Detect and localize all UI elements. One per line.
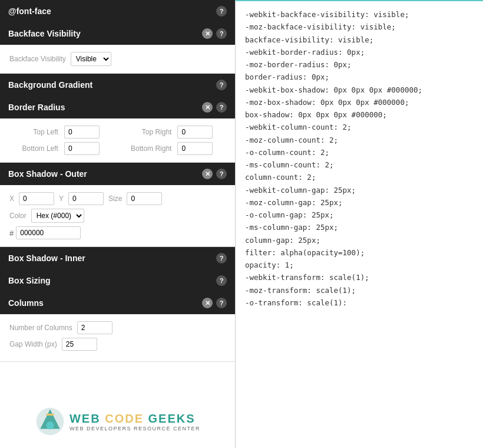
footer: WEB CODE GEEKS WEB DEVELOPERS RESOURCE C… (0, 401, 236, 442)
top-right-label: Top Right (118, 128, 172, 136)
header-icons-bg-gradient: ? (216, 80, 227, 90)
columns-gap-row: Gap Width (px) (9, 338, 226, 351)
section-background-gradient: Background Gradient ? (0, 74, 235, 96)
right-panel: -webkit-backface-visibility: visible;-mo… (236, 0, 483, 448)
css-line: -ms-column-count: 2; (245, 159, 474, 171)
help-icon-backface[interactable]: ? (216, 28, 227, 39)
css-line: -moz-box-shadow: 0px 0px 0px #000000; (245, 96, 474, 108)
close-icon-border-radius[interactable]: ✕ (202, 102, 213, 113)
x-label: X (9, 195, 14, 203)
help-icon-box-sizing[interactable]: ? (216, 275, 227, 286)
box-shadow-outer-y-input[interactable] (68, 192, 104, 205)
box-shadow-outer-x-input[interactable] (19, 192, 54, 205)
section-title-box-shadow-inner: Box Shadow - Inner (8, 253, 85, 263)
section-border-radius: Border Radius ✕ ? Top Left Top Right Bot… (0, 96, 235, 163)
bottom-left-label: Bottom Left (9, 144, 58, 153)
help-icon-box-shadow-outer[interactable]: ? (216, 169, 227, 179)
section-header-bg-gradient[interactable]: Background Gradient ? (0, 74, 235, 96)
backface-select[interactable]: Visible Hidden (71, 52, 111, 66)
number-of-columns-label: Number of Columns (9, 324, 72, 332)
section-box-sizing: Box Sizing ? (0, 269, 235, 292)
logo-main-text: WEB CODE GEEKS (70, 412, 200, 426)
help-icon-font-face[interactable]: ? (216, 6, 227, 17)
header-icons-columns: ✕ ? (202, 298, 227, 308)
help-icon-border-radius[interactable]: ? (216, 102, 227, 113)
css-line: -moz-transform: scale(1); (245, 284, 474, 297)
header-icons-border-radius: ✕ ? (202, 102, 227, 113)
css-line: box-shadow: 0px 0px 0px #000000; (245, 108, 474, 121)
help-icon-columns[interactable]: ? (216, 298, 227, 308)
css-line: -moz-column-count: 2; (245, 134, 474, 146)
box-shadow-outer-size-input[interactable] (127, 192, 162, 205)
css-line: -webkit-column-count: 2; (245, 121, 474, 133)
section-body-backface: Backface Visibility Visible Hidden (0, 45, 235, 74)
section-box-shadow-inner: Box Shadow - Inner ? (0, 247, 235, 269)
hash-symbol: # (9, 229, 14, 238)
css-line: column-count: 2; (245, 171, 474, 183)
header-icons-box-shadow-outer: ✕ ? (202, 169, 227, 179)
css-line: -moz-column-gap: 25px; (245, 196, 474, 209)
logo-code-text: CODE (105, 412, 144, 425)
section-body-border-radius: Top Left Top Right Bottom Left Bottom Ri… (0, 118, 235, 163)
css-line: filter: alpha(opacity=100); (245, 246, 474, 259)
top-left-input[interactable] (64, 126, 100, 139)
logo-icon (35, 407, 65, 436)
css-output: -webkit-backface-visibility: visible;-mo… (245, 8, 474, 309)
section-body-columns: Number of Columns Gap Width (px) (0, 314, 235, 362)
section-columns: Columns ✕ ? Number of Columns Gap Width … (0, 292, 235, 362)
section-title-font-face: @font-face (8, 6, 51, 16)
css-line: -webkit-border-radius: 0px; (245, 46, 474, 58)
close-icon-columns[interactable]: ✕ (202, 298, 213, 308)
section-header-box-shadow-inner[interactable]: Box Shadow - Inner ? (0, 247, 235, 269)
section-title-box-sizing: Box Sizing (8, 276, 51, 285)
css-line: column-gap: 25px; (245, 234, 474, 246)
section-header-columns[interactable]: Columns ✕ ? (0, 292, 235, 314)
close-icon-box-shadow-outer[interactable]: ✕ (202, 169, 213, 179)
svg-point-2 (46, 421, 54, 429)
color-type-select[interactable]: Hex (#000) RGB HSL (31, 209, 84, 223)
header-icons-box-sizing: ? (216, 275, 227, 286)
bottom-left-input[interactable] (64, 142, 100, 155)
section-header-box-sizing[interactable]: Box Sizing ? (0, 269, 235, 292)
section-header-font-face[interactable]: @font-face ? (0, 0, 235, 22)
top-right-input[interactable] (177, 126, 213, 139)
css-line: -o-transform: scale(1): (245, 297, 474, 309)
y-label: Y (59, 195, 64, 203)
css-line: -o-column-count: 2; (245, 146, 474, 159)
columns-count-row: Number of Columns (9, 321, 226, 334)
box-shadow-outer-color-row: Color Hex (#000) RGB HSL (9, 209, 226, 223)
section-font-face: @font-face ? (0, 0, 235, 22)
gap-width-input[interactable] (62, 338, 97, 351)
border-radius-grid: Top Left Top Right Bottom Left Bottom Ri… (9, 126, 226, 155)
size-label: Size (108, 195, 122, 203)
section-title-backface: Backface Visibility (8, 29, 81, 38)
section-title-border-radius: Border Radius (8, 103, 65, 112)
section-header-border-radius[interactable]: Border Radius ✕ ? (0, 96, 235, 118)
css-line: -webkit-transform: scale(1); (245, 271, 474, 284)
section-header-backface[interactable]: Backface Visibility ✕ ? (0, 22, 235, 45)
bottom-right-input[interactable] (177, 142, 213, 155)
section-title-columns: Columns (8, 298, 44, 308)
css-line: -webkit-backface-visibility: visible; (245, 8, 474, 21)
css-line: -moz-backface-visibility: visible; (245, 21, 474, 33)
css-line: opacity: 1; (245, 259, 474, 271)
section-title-bg-gradient: Background Gradient (8, 80, 92, 90)
logo-sub-text: WEB DEVELOPERS RESOURCE CENTER (70, 426, 200, 431)
section-title-box-shadow-outer: Box Shadow - Outer (8, 169, 87, 179)
section-backface-visibility: Backface Visibility ✕ ? Backface Visibil… (0, 22, 235, 74)
css-line: -webkit-column-gap: 25px; (245, 184, 474, 196)
logo-text: WEB CODE GEEKS WEB DEVELOPERS RESOURCE C… (70, 412, 200, 431)
header-icons-box-shadow-inner: ? (216, 253, 227, 263)
close-icon-backface[interactable]: ✕ (202, 28, 213, 39)
css-line: -o-column-gap: 25px; (245, 209, 474, 221)
css-line: -moz-border-radius: 0px; (245, 58, 474, 71)
hex-value-input[interactable] (16, 226, 81, 239)
css-line: -webkit-box-shadow: 0px 0px 0px #000000; (245, 84, 474, 96)
color-label: Color (9, 212, 27, 220)
help-icon-bg-gradient[interactable]: ? (216, 80, 227, 90)
help-icon-box-shadow-inner[interactable]: ? (216, 253, 227, 263)
number-of-columns-input[interactable] (77, 321, 113, 334)
section-body-box-shadow-outer: X Y Size Color Hex (#000) RGB HSL # (0, 185, 235, 247)
section-box-shadow-outer: Box Shadow - Outer ✕ ? X Y Size Color He… (0, 163, 235, 247)
section-header-box-shadow-outer[interactable]: Box Shadow - Outer ✕ ? (0, 163, 235, 185)
